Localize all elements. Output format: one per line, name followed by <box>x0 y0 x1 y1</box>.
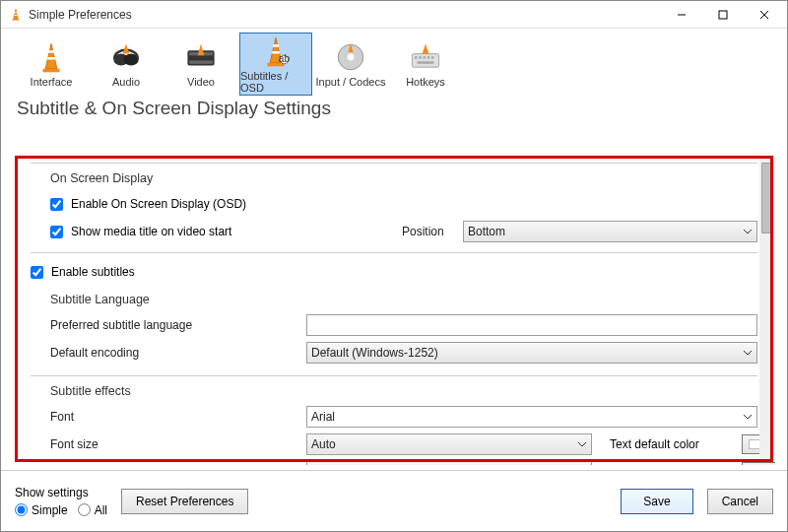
svg-rect-0 <box>15 12 17 13</box>
bottom-bar: Show settings Simple All Reset Preferenc… <box>1 470 787 531</box>
svg-rect-28 <box>418 61 434 64</box>
svg-rect-4 <box>719 11 727 19</box>
tab-video-label: Video <box>187 76 215 88</box>
svg-rect-23 <box>415 56 418 59</box>
preferred-language-input[interactable] <box>306 314 757 336</box>
chevron-down-icon <box>743 348 753 358</box>
chevron-down-icon <box>577 439 587 449</box>
default-encoding-value: Default (Windows-1252) <box>311 346 743 360</box>
show-media-title-label: Show media title on video start <box>71 225 402 238</box>
svg-rect-25 <box>423 56 426 59</box>
default-encoding-label: Default encoding <box>50 346 306 360</box>
position-value: Bottom <box>468 225 743 238</box>
svg-rect-15 <box>273 44 279 47</box>
minimize-button[interactable] <box>661 2 702 28</box>
radio-simple-label: Simple <box>32 503 68 517</box>
outline-color-button[interactable] <box>742 462 775 465</box>
chevron-down-icon <box>743 412 753 422</box>
radio-simple[interactable]: Simple <box>15 503 68 517</box>
font-size-select[interactable]: Auto <box>306 433 592 455</box>
enable-osd-checkbox[interactable] <box>50 198 63 211</box>
svg-rect-26 <box>427 56 430 59</box>
scrollbar[interactable] <box>759 159 775 461</box>
radio-all[interactable]: All <box>78 503 107 517</box>
close-button[interactable] <box>744 2 785 28</box>
cancel-button[interactable]: Cancel <box>707 489 773 514</box>
reset-preferences-button[interactable]: Reset Preferences <box>121 489 248 514</box>
default-encoding-select[interactable]: Default (Windows-1252) <box>306 342 757 364</box>
tab-hotkeys-label: Hotkeys <box>406 76 445 88</box>
font-size-value: Auto <box>311 437 577 451</box>
window-title: Simple Preferences <box>29 8 661 22</box>
vlc-cone-icon <box>9 8 23 22</box>
osd-header: On Screen Display <box>31 171 757 185</box>
subtitle-effects-header: Subtitle effects <box>31 384 757 398</box>
svg-rect-2 <box>13 19 20 20</box>
maximize-button[interactable] <box>702 2 744 28</box>
svg-rect-7 <box>48 50 54 53</box>
enable-osd-label: Enable On Screen Display (OSD) <box>71 197 246 211</box>
svg-rect-9 <box>43 69 60 72</box>
preferences-toolbar: Interface Audio Video ab Subtitles / OSD… <box>1 29 787 96</box>
svg-text:ab: ab <box>279 53 291 64</box>
font-label: Font <box>50 410 306 424</box>
tab-audio[interactable]: Audio <box>90 33 163 96</box>
tab-subtitles-osd[interactable]: ab Subtitles / OSD <box>239 33 312 96</box>
tab-interface[interactable]: Interface <box>15 33 88 96</box>
settings-panel: On Screen Display Enable On Screen Displ… <box>13 155 775 465</box>
subtitle-language-header: Subtitle Language <box>31 293 757 306</box>
svg-rect-14 <box>189 60 213 63</box>
svg-rect-27 <box>431 56 434 59</box>
position-label: Position <box>402 225 463 238</box>
tab-subtitles-label: Subtitles / OSD <box>240 70 311 94</box>
outline-thickness-select[interactable]: Normal <box>306 461 592 465</box>
tab-hotkeys[interactable]: Hotkeys <box>389 33 462 96</box>
show-settings-label: Show settings <box>15 486 107 499</box>
font-select[interactable]: Arial <box>306 406 757 428</box>
page-title: Subtitle & On Screen Display Settings <box>1 94 787 123</box>
preferred-language-label: Preferred subtitle language <box>50 318 306 332</box>
enable-subtitles-checkbox[interactable] <box>31 266 43 279</box>
tab-interface-label: Interface <box>31 76 73 88</box>
tab-audio-label: Audio <box>112 76 140 88</box>
svg-rect-24 <box>419 56 422 59</box>
text-color-label: Text default color <box>610 437 736 451</box>
scroll-thumb[interactable] <box>761 163 773 233</box>
tab-input-codecs-label: Input / Codecs <box>316 76 386 88</box>
save-button[interactable]: Save <box>621 489 692 514</box>
tab-video[interactable]: Video <box>164 33 237 96</box>
enable-subtitles-label: Enable subtitles <box>51 265 135 279</box>
font-size-label: Font size <box>50 437 306 451</box>
position-select[interactable]: Bottom <box>463 221 757 242</box>
svg-rect-8 <box>47 57 55 60</box>
svg-rect-22 <box>412 54 438 68</box>
svg-rect-1 <box>15 15 18 16</box>
titlebar: Simple Preferences <box>1 1 787 29</box>
font-value: Arial <box>311 410 743 424</box>
chevron-down-icon <box>743 227 753 236</box>
radio-all-label: All <box>95 503 107 517</box>
show-media-title-checkbox[interactable] <box>50 226 63 238</box>
tab-input-codecs[interactable]: Input / Codecs <box>314 33 387 96</box>
svg-point-21 <box>348 54 355 61</box>
